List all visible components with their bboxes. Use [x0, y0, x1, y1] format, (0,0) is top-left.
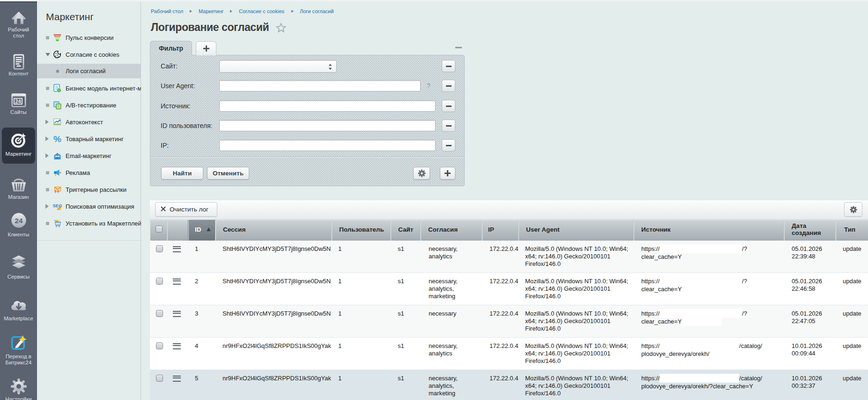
svg-text:24: 24 [15, 98, 21, 104]
svg-text:%: % [53, 135, 61, 143]
svg-text:24: 24 [15, 217, 22, 225]
svg-text:SEO: SEO [53, 203, 62, 208]
